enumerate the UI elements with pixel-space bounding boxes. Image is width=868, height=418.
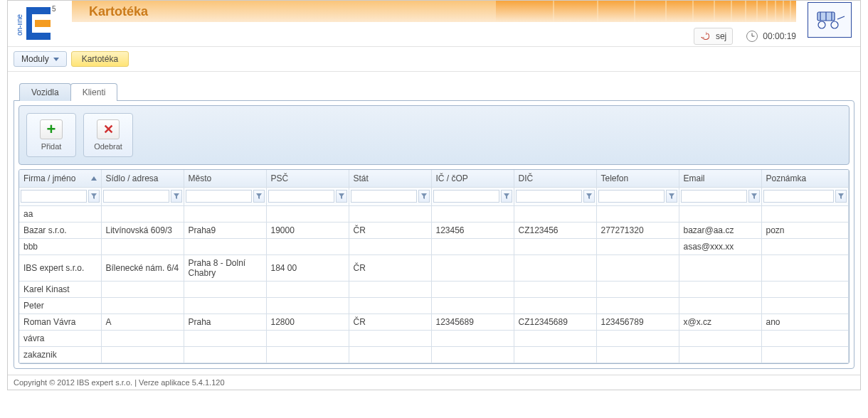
col-header-sidlo[interactable]: Sídlo / adresa xyxy=(101,170,184,187)
cell-firma: Roman Vávra xyxy=(19,314,101,330)
filter-button-mesto[interactable] xyxy=(253,190,265,203)
cell-psc xyxy=(266,238,349,254)
filter-button-dic[interactable] xyxy=(583,190,595,203)
cell-sidlo xyxy=(101,281,184,297)
filter-button-stat[interactable] xyxy=(418,190,430,203)
filter-input-firma[interactable] xyxy=(21,190,87,203)
filter-button-email[interactable] xyxy=(748,190,760,203)
filter-button-firma[interactable] xyxy=(88,190,100,203)
cell-stat: ČR xyxy=(349,254,431,281)
cell-dic xyxy=(514,254,596,281)
cell-ic: 123456 xyxy=(431,222,514,238)
table-row[interactable]: vávra xyxy=(19,330,849,346)
cell-psc xyxy=(266,297,349,314)
cell-firma: vávra xyxy=(19,330,101,346)
add-button[interactable]: + Přidat xyxy=(26,113,76,157)
chevron-down-icon xyxy=(53,58,59,61)
cell-stat xyxy=(349,205,431,222)
filter-input-stat[interactable] xyxy=(351,190,417,203)
col-header-stat[interactable]: Stát xyxy=(349,170,431,187)
filter-input-ic[interactable] xyxy=(433,190,499,203)
table-row[interactable]: IBS expert s.r.o.Bílenecké nám. 6/4Praha… xyxy=(19,254,849,281)
cell-sidlo xyxy=(101,205,184,222)
cell-dic: CZ123456 xyxy=(514,222,596,238)
cell-firma: aa xyxy=(19,205,101,222)
filter-input-dic[interactable] xyxy=(516,190,582,203)
filter-button-sidlo[interactable] xyxy=(171,190,182,203)
col-header-poznamka[interactable]: Poznámka xyxy=(761,170,849,187)
title-bar: Kartotéka xyxy=(72,1,796,22)
table-row[interactable]: bbbasas@xxx.xx xyxy=(19,238,849,254)
col-header-mesto[interactable]: Město xyxy=(184,170,266,187)
cell-poznamka xyxy=(761,297,849,314)
header-stripes xyxy=(428,1,796,22)
cell-stat xyxy=(349,297,431,314)
cell-stat xyxy=(349,238,431,254)
col-header-firma[interactable]: Firma / jméno xyxy=(19,170,101,187)
cell-poznamka xyxy=(761,238,849,254)
table-row[interactable]: zakaznik xyxy=(19,346,849,363)
cell-psc: 19000 xyxy=(266,222,349,238)
col-header-telefon[interactable]: Telefon xyxy=(596,170,679,187)
moduly-label: Moduly xyxy=(21,54,49,64)
cell-email xyxy=(679,346,761,363)
cell-mesto xyxy=(184,238,266,254)
moduly-menu-button[interactable]: Moduly xyxy=(14,51,67,67)
cell-stat xyxy=(349,281,431,297)
cell-mesto xyxy=(184,297,266,314)
cell-dic xyxy=(514,281,596,297)
filter-input-mesto[interactable] xyxy=(186,190,252,203)
timer-value: 00:00:19 xyxy=(763,31,796,41)
table-row[interactable]: aa xyxy=(19,205,849,222)
table-row[interactable]: Karel Kinast xyxy=(19,281,849,297)
tab-vozidla[interactable]: Vozidla xyxy=(19,83,71,101)
session-status[interactable]: sej xyxy=(694,28,733,45)
tab-klienti[interactable]: Klienti xyxy=(70,83,118,101)
cell-mesto: Praha 8 - Dolní Chabry xyxy=(184,254,266,281)
menu-bar: Moduly Kartotéka xyxy=(8,46,860,72)
cell-poznamka: ano xyxy=(761,314,849,330)
col-header-dic[interactable]: DIČ xyxy=(514,170,596,187)
cell-ic: 12345689 xyxy=(431,314,514,330)
filter-button-ic[interactable] xyxy=(501,190,512,203)
col-header-email[interactable]: Email xyxy=(679,170,761,187)
cell-poznamka xyxy=(761,254,849,281)
filter-button-psc[interactable] xyxy=(336,190,347,203)
cell-firma: IBS expert s.r.o. xyxy=(19,254,101,281)
cell-poznamka xyxy=(761,205,849,222)
cell-mesto: Praha9 xyxy=(184,222,266,238)
filter-input-telefon[interactable] xyxy=(598,190,665,203)
cell-email xyxy=(679,281,761,297)
filter-input-psc[interactable] xyxy=(268,190,334,203)
cell-telefon xyxy=(596,346,679,363)
grid-header-row: Firma / jméno Sídlo / adresa Město PSČ S… xyxy=(19,170,849,187)
col-header-ic[interactable]: IČ / čOP xyxy=(431,170,514,187)
breadcrumb-kartoteka[interactable]: Kartotéka xyxy=(71,51,129,67)
app-header: on-line 5 xyxy=(8,1,860,46)
cell-poznamka xyxy=(761,281,849,297)
cell-mesto: Praha xyxy=(184,314,266,330)
filter-input-poznamka[interactable] xyxy=(763,190,835,203)
cell-mesto xyxy=(184,281,266,297)
table-row[interactable]: Bazar s.r.o.Litvínovská 609/3Praha919000… xyxy=(19,222,849,238)
cell-telefon xyxy=(596,238,679,254)
filter-button-poznamka[interactable] xyxy=(835,190,847,203)
cell-firma: Bazar s.r.o. xyxy=(19,222,101,238)
remove-button[interactable]: ✕ Odebrat xyxy=(83,113,133,157)
cell-ic xyxy=(431,330,514,346)
filter-input-email[interactable] xyxy=(681,190,747,203)
cell-sidlo xyxy=(101,346,184,363)
table-row[interactable]: Roman VávraAPraha12800ČR12345689CZ123456… xyxy=(19,314,849,330)
svg-point-10 xyxy=(818,21,825,28)
timer-display: 00:00:19 xyxy=(746,30,796,43)
page-title: Kartotéka xyxy=(72,4,148,19)
cell-dic xyxy=(514,346,596,363)
cell-psc: 12800 xyxy=(266,314,349,330)
cell-poznamka xyxy=(761,346,849,363)
table-row[interactable]: Peter xyxy=(19,297,849,314)
col-header-psc[interactable]: PSČ xyxy=(266,170,349,187)
cell-dic xyxy=(514,238,596,254)
filter-input-sidlo[interactable] xyxy=(103,190,169,203)
cell-firma: zakaznik xyxy=(19,346,101,363)
filter-button-telefon[interactable] xyxy=(666,190,677,203)
